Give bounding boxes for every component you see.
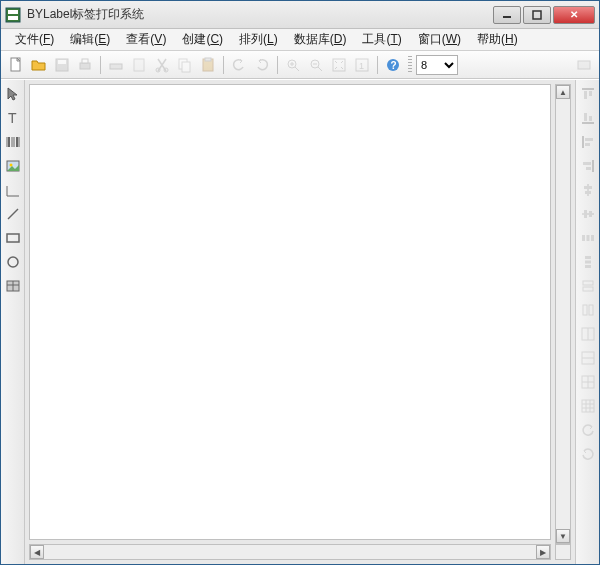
same-width-button[interactable] xyxy=(578,276,598,296)
vertical-scrollbar[interactable]: ▲ ▼ xyxy=(555,84,571,544)
svg-rect-2 xyxy=(8,16,18,20)
svg-rect-11 xyxy=(134,59,144,71)
image-tool[interactable] xyxy=(3,156,23,176)
align-top-button[interactable] xyxy=(578,84,598,104)
polygon-tool[interactable] xyxy=(3,276,23,296)
barcode-tool[interactable] xyxy=(3,132,23,152)
app-icon xyxy=(5,7,21,23)
zoom-in-button[interactable] xyxy=(282,54,304,76)
svg-rect-83 xyxy=(582,400,594,412)
grid-c-button[interactable] xyxy=(578,372,598,392)
svg-rect-58 xyxy=(583,162,591,165)
svg-rect-66 xyxy=(582,235,585,241)
scroll-up-icon[interactable]: ▲ xyxy=(556,85,570,99)
svg-rect-62 xyxy=(585,191,591,194)
menu-help[interactable]: 帮助(H) xyxy=(469,29,526,50)
cut-button[interactable] xyxy=(151,54,173,76)
svg-rect-6 xyxy=(56,59,68,71)
grid-b-button[interactable] xyxy=(578,348,598,368)
scroll-corner xyxy=(555,544,571,560)
grid-d-button[interactable] xyxy=(578,396,598,416)
open-button[interactable] xyxy=(28,54,50,76)
svg-rect-55 xyxy=(585,138,593,141)
help-button[interactable]: ? xyxy=(382,54,404,76)
menu-file[interactable]: 文件(F) xyxy=(7,29,62,50)
svg-rect-52 xyxy=(584,113,587,121)
svg-point-22 xyxy=(311,60,319,68)
new-file-button[interactable] xyxy=(5,54,27,76)
save-button[interactable] xyxy=(51,54,73,76)
svg-rect-17 xyxy=(205,58,211,61)
svg-rect-68 xyxy=(591,235,594,241)
scroll-right-icon[interactable]: ▶ xyxy=(536,545,550,559)
menu-window[interactable]: 窗口(W) xyxy=(410,29,469,50)
maximize-button[interactable] xyxy=(523,6,551,24)
svg-rect-15 xyxy=(182,62,190,72)
menu-view[interactable]: 查看(V) xyxy=(118,29,174,50)
body-area: T ▲ ▼ ◀ ▶ xyxy=(1,79,599,564)
zoom-select[interactable]: 8 xyxy=(416,55,458,75)
scroll-left-icon[interactable]: ◀ xyxy=(30,545,44,559)
menu-tools[interactable]: 工具(T) xyxy=(354,29,409,50)
svg-rect-75 xyxy=(589,305,593,315)
svg-line-19 xyxy=(295,67,299,71)
canvas[interactable] xyxy=(29,84,551,540)
window-title: BYLabel标签打印系统 xyxy=(27,6,493,23)
toolbar-sep xyxy=(100,56,101,74)
distribute-v-button[interactable] xyxy=(578,252,598,272)
align-left-button[interactable] xyxy=(578,132,598,152)
page-setup-button[interactable] xyxy=(128,54,150,76)
menu-arrange[interactable]: 排列(L) xyxy=(231,29,286,50)
rotate-cw-button[interactable] xyxy=(578,444,598,464)
menu-edit[interactable]: 编辑(E) xyxy=(62,29,118,50)
align-right-button[interactable] xyxy=(578,156,598,176)
svg-point-12 xyxy=(156,68,160,72)
circle-tool[interactable] xyxy=(3,252,23,272)
svg-line-23 xyxy=(318,67,322,71)
right-toolbox xyxy=(575,80,599,564)
align-bottom-button[interactable] xyxy=(578,108,598,128)
svg-rect-72 xyxy=(583,281,593,285)
right-tool-button[interactable] xyxy=(573,54,595,76)
pointer-tool[interactable] xyxy=(3,84,23,104)
same-height-button[interactable] xyxy=(578,300,598,320)
toolbar-sep xyxy=(277,56,278,74)
svg-line-42 xyxy=(8,209,18,219)
svg-point-44 xyxy=(8,257,18,267)
rotate-ccw-button[interactable] xyxy=(578,420,598,440)
actual-size-button[interactable]: 1 xyxy=(351,54,373,76)
minimize-button[interactable] xyxy=(493,6,521,24)
main-toolbar: 1 ? 8 xyxy=(1,51,599,79)
svg-rect-53 xyxy=(589,116,592,121)
svg-rect-80 xyxy=(582,376,594,388)
hline-tool[interactable] xyxy=(3,180,23,200)
scroll-down-icon[interactable]: ▼ xyxy=(556,529,570,543)
svg-rect-49 xyxy=(584,91,587,99)
center-h-button[interactable] xyxy=(578,180,598,200)
svg-text:1: 1 xyxy=(359,61,364,71)
fit-screen-button[interactable] xyxy=(328,54,350,76)
print-button[interactable] xyxy=(74,54,96,76)
center-v-button[interactable] xyxy=(578,204,598,224)
left-toolbox: T xyxy=(1,80,25,564)
zoom-out-button[interactable] xyxy=(305,54,327,76)
title-bar: BYLabel标签打印系统 ✕ xyxy=(1,1,599,29)
menu-database[interactable]: 数据库(D) xyxy=(286,29,355,50)
svg-rect-1 xyxy=(8,10,18,14)
paste-button[interactable] xyxy=(197,54,219,76)
svg-rect-59 xyxy=(586,167,591,170)
text-tool[interactable]: T xyxy=(3,108,23,128)
svg-rect-69 xyxy=(585,256,591,259)
undo-button[interactable] xyxy=(228,54,250,76)
printer-setup-button[interactable] xyxy=(105,54,127,76)
svg-text:T: T xyxy=(8,110,17,126)
redo-button[interactable] xyxy=(251,54,273,76)
close-button[interactable]: ✕ xyxy=(553,6,595,24)
grid-a-button[interactable] xyxy=(578,324,598,344)
menu-create[interactable]: 创建(C) xyxy=(174,29,231,50)
horizontal-scrollbar[interactable]: ◀ ▶ xyxy=(29,544,551,560)
copy-button[interactable] xyxy=(174,54,196,76)
line-tool[interactable] xyxy=(3,204,23,224)
distribute-h-button[interactable] xyxy=(578,228,598,248)
rectangle-tool[interactable] xyxy=(3,228,23,248)
